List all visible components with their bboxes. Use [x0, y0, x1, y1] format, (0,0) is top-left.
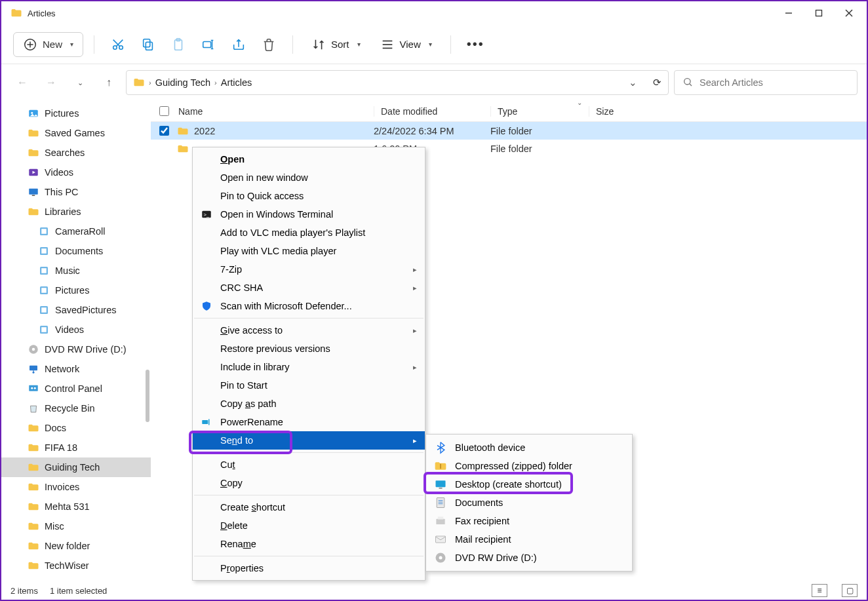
new-button[interactable]: New ▾ [13, 32, 83, 57]
nav-row: ← → ⌄ ↑ › Guiding Tech › Articles ⌄ ⟳ [1, 64, 867, 101]
navpane-item[interactable]: Documents [1, 241, 151, 261]
navpane-item[interactable]: Libraries [1, 202, 151, 222]
navpane-item[interactable]: Misc [1, 516, 151, 536]
navpane-item[interactable]: TechWiser [1, 556, 151, 575]
view-button[interactable]: View ▾ [372, 31, 440, 58]
submenu-item-label: Desktop (create shortcut) [455, 479, 562, 490]
context-menu-item[interactable]: Play with VLC media player [193, 242, 425, 260]
search-input[interactable] [700, 77, 849, 88]
scrollbar-thumb[interactable] [146, 370, 149, 422]
recent-locations-button[interactable]: ⌄ [68, 71, 92, 94]
context-menu-item[interactable]: Include in library▸ [193, 358, 425, 376]
search-box[interactable] [674, 70, 858, 95]
submenu-item[interactable]: Desktop (create shortcut) [426, 475, 632, 494]
submenu-item[interactable]: DVD RW Drive (D:) [426, 549, 632, 567]
details-view-button[interactable]: ≡ [812, 584, 827, 597]
rename-button[interactable] [195, 31, 222, 58]
navpane-item-label: CameraRoll [55, 226, 106, 237]
maximize-button[interactable] [804, 3, 834, 24]
delete-button[interactable] [256, 31, 282, 58]
navpane-item[interactable]: Searches [1, 143, 151, 163]
cut-button[interactable] [105, 31, 131, 58]
navpane-item[interactable]: Pictures [1, 104, 151, 123]
navpane-item[interactable]: Control Panel [1, 379, 151, 398]
navpane-item[interactable]: Recycle Bin [1, 398, 151, 418]
navpane-item[interactable]: Guiding Tech [1, 457, 151, 477]
navpane-item[interactable]: Docs [1, 418, 151, 438]
submenu-item[interactable]: Documents [426, 494, 632, 512]
more-button[interactable]: ••• [462, 31, 490, 58]
navpane-item-label: Guiding Tech [45, 462, 100, 473]
context-menu-item[interactable]: Properties [193, 559, 425, 577]
breadcrumb-item[interactable]: Articles [221, 77, 252, 88]
context-menu-item[interactable]: Open [193, 150, 425, 168]
up-button[interactable]: ↑ [97, 71, 121, 94]
paste-button[interactable] [165, 31, 191, 58]
close-button[interactable] [834, 3, 864, 24]
svg-rect-9 [146, 42, 152, 50]
context-menu-item[interactable]: Restore previous versions [193, 339, 425, 358]
column-header-name[interactable]: Name [177, 106, 374, 117]
share-button[interactable] [226, 31, 252, 58]
context-menu-item[interactable]: Open in new window [193, 168, 425, 187]
context-menu-item[interactable]: Send to▸ [193, 431, 425, 450]
file-row[interactable]: 20222/24/2022 6:34 PMFile folder [151, 122, 867, 140]
refresh-button[interactable]: ⟳ [653, 77, 661, 88]
context-menu-item[interactable]: PowerRename [193, 413, 425, 431]
column-header-type[interactable]: Type [490, 106, 589, 117]
context-menu-item[interactable]: Copy [193, 474, 425, 492]
navpane-item[interactable]: Invoices [1, 477, 151, 497]
breadcrumb-item[interactable]: Guiding Tech [155, 77, 210, 88]
address-bar[interactable]: › Guiding Tech › Articles ⌄ ⟳ [126, 70, 669, 95]
context-menu-item[interactable]: Pin to Start [193, 376, 425, 395]
navpane-item[interactable]: CameraRoll [1, 222, 151, 241]
navpane-item[interactable]: Music [1, 261, 151, 281]
context-menu-item[interactable]: >_Open in Windows Terminal [193, 205, 425, 223]
navpane-item[interactable]: Videos [1, 163, 151, 182]
context-menu-item[interactable]: Pin to Quick access [193, 187, 425, 205]
row-checkbox[interactable] [159, 126, 169, 136]
navpane-item-label: Invoices [45, 482, 79, 492]
context-menu-item[interactable]: Rename [193, 535, 425, 553]
file-type: File folder [490, 144, 589, 154]
navpane-item[interactable]: FIFA 18 [1, 438, 151, 457]
context-menu-item[interactable]: Cut [193, 456, 425, 474]
svg-text:>_: >_ [204, 212, 210, 218]
context-menu-item[interactable]: Scan with Microsoft Defender... [193, 297, 425, 315]
navpane-item[interactable]: SavedPictures [1, 300, 151, 320]
sort-button[interactable]: Sort ▾ [304, 31, 368, 58]
column-header-size[interactable]: Size [589, 106, 667, 117]
submenu-item[interactable]: Compressed (zipped) folder [426, 457, 632, 475]
context-menu-item[interactable]: 7-Zip▸ [193, 260, 425, 279]
submenu-item[interactable]: Mail recipient [426, 530, 632, 549]
chevron-right-icon: ▸ [413, 265, 417, 274]
context-menu-item[interactable]: Give access to▸ [193, 321, 425, 339]
navpane-item[interactable]: Videos [1, 320, 151, 339]
copy-button[interactable] [135, 31, 161, 58]
navpane-item[interactable]: Mehta 531 [1, 497, 151, 516]
back-button[interactable]: ← [10, 71, 34, 94]
context-menu-item[interactable]: Copy as path [193, 395, 425, 413]
column-header-date[interactable]: Date modified [374, 106, 490, 117]
context-menu-item-label: Play with VLC media player [220, 246, 336, 256]
navpane-item[interactable]: This PC [1, 182, 151, 202]
select-all-checkbox[interactable] [159, 106, 169, 116]
navpane-item[interactable]: Network [1, 359, 151, 379]
svg-rect-52 [437, 498, 444, 508]
submenu-item[interactable]: Bluetooth device [426, 438, 632, 457]
context-menu-item[interactable]: Delete [193, 516, 425, 535]
thumbnails-view-button[interactable]: ▢ [842, 584, 858, 597]
navpane-item[interactable]: New folder [1, 536, 151, 556]
context-menu-item[interactable]: Add to VLC media player's Playlist [193, 223, 425, 242]
context-menu-item[interactable]: Create shortcut [193, 498, 425, 516]
forward-button[interactable]: → [39, 71, 63, 94]
svg-rect-32 [41, 288, 47, 293]
chevron-down-icon[interactable]: ⌄ [629, 77, 637, 88]
submenu-item[interactable]: Fax recipient [426, 512, 632, 530]
minimize-button[interactable] [774, 3, 804, 24]
navpane-item[interactable]: Saved Games [1, 123, 151, 143]
navpane-item-label: New folder [45, 541, 90, 551]
navpane-item[interactable]: Pictures [1, 281, 151, 300]
context-menu-item[interactable]: CRC SHA▸ [193, 279, 425, 297]
navpane-item[interactable]: DVD RW Drive (D:) [1, 339, 151, 359]
